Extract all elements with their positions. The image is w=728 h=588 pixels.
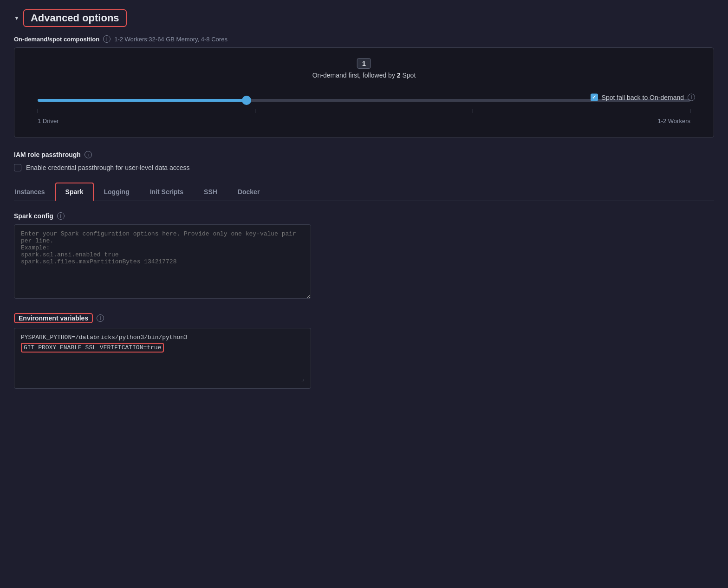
composition-info-icon[interactable]: i [103, 35, 110, 43]
demand-label: 1 On-demand first, followed by 2 Spot [312, 58, 416, 79]
spark-config-label-row: Spark config i [14, 212, 714, 220]
workers-label: 1-2 Workers [657, 118, 690, 124]
demand-spot-count: 2 [397, 72, 401, 79]
chevron-icon[interactable]: ▼ [14, 15, 20, 21]
spark-config-section: Spark config i [14, 212, 714, 313]
tab-ssh[interactable]: SSH [194, 183, 228, 201]
demand-prefix: On-demand first, followed by [312, 72, 397, 79]
env-vars-section: Environment variables i PYSPARK_PYTHON=/… [14, 313, 714, 389]
env-vars-info-icon[interactable]: i [97, 314, 104, 322]
credential-checkbox[interactable] [14, 164, 21, 171]
composition-label: On-demand/spot composition [14, 36, 99, 43]
spot-fallback-label: Spot fall back to On-demand [602, 93, 684, 101]
tab-init-scripts[interactable]: Init Scripts [140, 183, 194, 201]
demand-suffix: Spot [401, 72, 416, 79]
composition-subtitle: 1-2 Workers:32-64 GB Memory, 4-8 Cores [114, 36, 228, 43]
iam-label-row: IAM role passthrough i [14, 151, 714, 158]
tab-spark[interactable]: Spark [55, 183, 94, 201]
credential-label: Enable credential passthrough for user-l… [26, 164, 190, 171]
iam-label: IAM role passthrough [14, 151, 81, 158]
tick-1 [255, 109, 255, 113]
env-vars-label: Environment variables [14, 313, 93, 323]
tick-2 [473, 109, 473, 113]
env-vars-content[interactable]: PYSPARK_PYTHON=/databricks/python3/bin/p… [14, 328, 311, 389]
spot-fallback-info-icon[interactable]: i [688, 93, 695, 101]
slider-labels: 1 Driver 1-2 Workers [38, 118, 690, 124]
slider-container: 1 Driver 1-2 Workers [33, 99, 695, 124]
spark-config-textarea[interactable] [14, 224, 311, 299]
tab-docker[interactable]: Docker [228, 183, 270, 201]
driver-label: 1 Driver [38, 118, 59, 124]
tick-3 [690, 109, 690, 113]
tab-logging[interactable]: Logging [94, 183, 140, 201]
credential-row: Enable credential passthrough for user-l… [14, 164, 714, 171]
slider-thumb[interactable] [242, 96, 251, 105]
tab-instances[interactable]: Instances [14, 183, 55, 201]
env-line-2: GIT_PROXY_ENABLE_SSL_VERIFICATION=true [21, 343, 164, 353]
env-line-1: PYSPARK_PYTHON=/databricks/python3/bin/p… [21, 334, 304, 341]
iam-info-icon[interactable]: i [84, 151, 92, 158]
env-label-row: Environment variables i [14, 313, 714, 323]
tick-0 [38, 109, 38, 113]
tabs-row: Instances Spark Logging Init Scripts SSH… [14, 183, 714, 201]
slider-track-fill [38, 99, 247, 102]
resize-handle: ⌟ [21, 376, 304, 383]
slider-ticks [38, 109, 690, 113]
spot-fallback-checkbox[interactable] [591, 93, 598, 101]
composition-box: 1 On-demand first, followed by 2 Spot 1 … [14, 47, 714, 138]
iam-section: IAM role passthrough i Enable credential… [14, 151, 714, 171]
page-title: Advanced options [23, 9, 127, 27]
spark-config-label: Spark config [14, 212, 53, 220]
spark-config-info-icon[interactable]: i [57, 212, 65, 220]
advanced-options-header: ▼ Advanced options [14, 9, 714, 27]
spot-fallback: Spot fall back to On-demand i [591, 93, 695, 101]
demand-text: On-demand first, followed by 2 Spot [312, 72, 416, 79]
composition-label-row: On-demand/spot composition i 1-2 Workers… [14, 35, 714, 43]
env-line-2-wrapper: GIT_PROXY_ENABLE_SSL_VERIFICATION=true [21, 343, 304, 353]
demand-badge: 1 [357, 58, 371, 69]
